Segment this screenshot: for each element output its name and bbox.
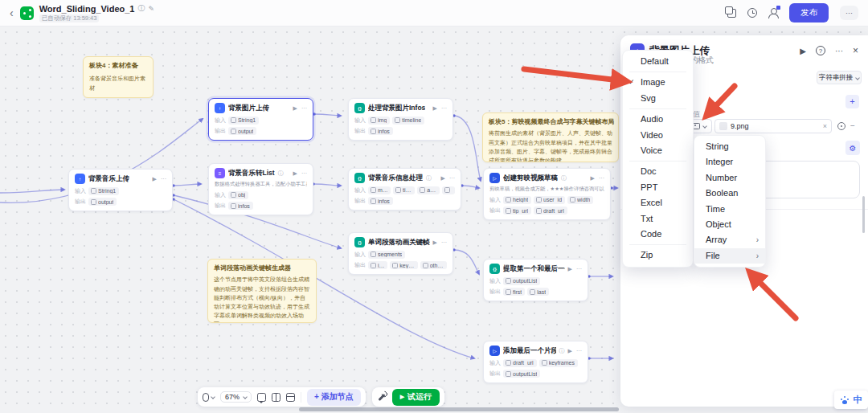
panel-scrollbar[interactable]: [862, 196, 865, 233]
settings-gear-icon[interactable]: ⚙: [845, 141, 860, 155]
menu-item-boolean[interactable]: Boolean: [694, 186, 765, 201]
test-run-button[interactable]: ▶试运行: [392, 389, 440, 406]
node-run-icon[interactable]: ▶: [433, 239, 437, 246]
node-more-icon[interactable]: ···: [301, 105, 307, 111]
port-chip[interactable]: draft_url: [503, 359, 537, 367]
node-bg-image-upload[interactable]: ↑ 背景图片上传 ▶··· 输入 String1 输出 output: [208, 98, 313, 141]
menu-item-string[interactable]: String: [694, 139, 765, 154]
target-icon[interactable]: [837, 122, 845, 130]
string-concat-select[interactable]: 字符串拼接: [817, 71, 862, 84]
port-chip[interactable]: last: [527, 288, 549, 296]
panel-close-icon[interactable]: ×: [853, 45, 858, 56]
port-chip[interactable]: output: [88, 198, 117, 206]
port-chip[interactable]: outputList: [503, 277, 540, 285]
port-chip[interactable]: outputList: [503, 370, 540, 378]
help-icon[interactable]: ?: [816, 46, 825, 55]
menu-item-doc[interactable]: Doc: [623, 164, 693, 179]
port-chip[interactable]: segments: [368, 251, 405, 259]
port-chip[interactable]: first: [503, 288, 525, 296]
add-variable-button[interactable]: +: [845, 95, 859, 108]
menu-item-svg[interactable]: Svg: [623, 91, 693, 106]
port-chip[interactable]: height: [503, 196, 531, 204]
node-run-icon[interactable]: ▶: [293, 170, 297, 177]
port-chip[interactable]: audio_eff: [417, 186, 440, 194]
port-chip[interactable]: obj: [228, 191, 248, 199]
node-process-bg-image-infos[interactable]: {} 处理背景图片Infos ▶··· 输入 img timeline 输出 i…: [348, 98, 453, 141]
node-extract-first-last-segment[interactable]: {} 提取第一个和最后一个segment… ▶··· 输入 outputList…: [483, 259, 588, 301]
menu-item-integer[interactable]: Integer: [694, 154, 765, 170]
ime-indicator[interactable]: 中: [834, 391, 868, 409]
node-more-icon[interactable]: ···: [441, 105, 447, 111]
history-icon[interactable]: [747, 8, 757, 18]
copy-link-icon[interactable]: [727, 9, 736, 18]
node-more-icon[interactable]: ···: [441, 239, 447, 245]
minimap-icon[interactable]: [286, 393, 295, 402]
port-chip[interactable]: tip_url: [503, 206, 531, 215]
file-value-input[interactable]: 9.png ×: [714, 119, 832, 133]
node-run-icon[interactable]: ▶: [153, 176, 157, 182]
port-more-chip[interactable]: ···: [442, 186, 455, 194]
node-run-icon[interactable]: ▶: [568, 266, 572, 272]
menu-item-txt[interactable]: Txt: [623, 211, 693, 227]
node-more-icon[interactable]: ···: [301, 170, 307, 176]
menu-item-default[interactable]: Default: [623, 54, 693, 69]
menu-item-zip[interactable]: Zip: [623, 247, 693, 263]
panel-run-icon[interactable]: ▶: [800, 47, 806, 55]
node-run-icon[interactable]: ▶: [441, 175, 445, 182]
node-more-icon[interactable]: ···: [599, 175, 604, 181]
menu-item-audio[interactable]: Audio: [623, 112, 693, 127]
port-chip[interactable]: String1: [228, 117, 259, 125]
menu-item-object[interactable]: Object: [694, 217, 765, 232]
info-icon[interactable]: ⓘ: [137, 3, 145, 14]
zoom-select[interactable]: 67%: [220, 391, 252, 403]
layout-icon[interactable]: [272, 393, 280, 402]
node-add-last-segment-keyframe[interactable]: ▷ 添加最后一个片段关键帧 ⓘ ▶··· 输入 draft_url keyfra…: [483, 341, 588, 383]
port-chip[interactable]: draft_url: [534, 206, 567, 215]
menu-item-ppt[interactable]: PPT: [623, 180, 693, 195]
node-bg-music-upload[interactable]: ↑ 背景音乐上传 ▶··· 输入 String1 输出 output: [68, 169, 173, 211]
menu-item-time[interactable]: Time: [694, 202, 765, 217]
port-chip[interactable]: infos: [368, 127, 393, 135]
port-chip[interactable]: width: [567, 196, 593, 204]
menu-item-code[interactable]: Code: [623, 227, 693, 242]
menu-item-array[interactable]: Array›: [694, 232, 765, 247]
port-chip[interactable]: infos: [228, 202, 253, 210]
note-block5[interactable]: 板块5：剪映视频最终合成与字幕关键帧布局 将前面生成的素材（背景图片、人声、关键…: [482, 112, 619, 162]
port-chip[interactable]: keyframes: [539, 359, 578, 367]
menu-item-number[interactable]: Number: [694, 170, 765, 186]
node-more-icon[interactable]: ···: [576, 348, 582, 354]
node-more-icon[interactable]: ···: [161, 176, 166, 182]
node-bg-music-tolist[interactable]: ≡ 背景音乐转List ⓘ ▶··· 数据格式处理转换器工具，适配小助手工具格式…: [208, 163, 313, 215]
node-run-icon[interactable]: ▶: [568, 348, 572, 354]
publish-button[interactable]: 发布: [789, 3, 829, 22]
node-run-icon[interactable]: ▶: [293, 105, 297, 112]
node-create-jianying-draft[interactable]: ▷ 创建剪映视频草稿 ⓘ ▶··· 剪映草稿，视频合成万能，★★★操作详情咨询可…: [483, 168, 611, 220]
port-chip[interactable]: timeline: [392, 117, 424, 125]
menu-item-voice[interactable]: Voice: [623, 143, 693, 158]
port-chip[interactable]: infos: [368, 197, 393, 205]
port-chip[interactable]: mp3_urls: [368, 186, 391, 194]
collaborate-icon[interactable]: [768, 8, 778, 18]
canvas-hscrollbar[interactable]: [299, 407, 619, 411]
port-chip[interactable]: keyframe: [390, 261, 417, 269]
add-node-button[interactable]: + 添加节点: [307, 389, 361, 406]
port-chip[interactable]: user_id: [534, 196, 565, 204]
port-chip[interactable]: otherinfo: [420, 261, 447, 269]
menu-item-file[interactable]: File›: [694, 248, 765, 264]
node-run-icon[interactable]: ▶: [591, 175, 595, 182]
node-bg-music-info[interactable]: {} 背景音乐信息处理 ⓘ ▶··· 输入 mp3_urls timelines…: [348, 168, 461, 211]
node-word-keyframe-generator[interactable]: {} 单词段落动画关键帧生成器 ▶··· 输入 segments 输出 info…: [348, 232, 453, 275]
node-more-icon[interactable]: ···: [576, 266, 582, 272]
port-chip[interactable]: img: [368, 117, 390, 125]
cursor-tool-button[interactable]: [203, 393, 215, 402]
header-more-button[interactable]: ···: [840, 6, 858, 20]
menu-item-video[interactable]: Video: [623, 128, 693, 143]
back-chevron-icon[interactable]: ‹: [10, 6, 14, 19]
menu-item-excel[interactable]: Excel: [623, 195, 693, 211]
port-chip[interactable]: String1: [88, 187, 119, 195]
edit-icon[interactable]: ✎: [148, 5, 154, 13]
note-keyframe-generator[interactable]: 单词段落动画关键帧生成器 这个节点用于将中英文段落组合生成精确的动画关键帧，支持…: [207, 259, 317, 323]
note-block4[interactable]: 板块4：素材准备 准备背景音乐和图片素材: [83, 56, 154, 98]
port-chip[interactable]: output: [228, 127, 256, 135]
clear-file-icon[interactable]: ×: [823, 122, 827, 130]
